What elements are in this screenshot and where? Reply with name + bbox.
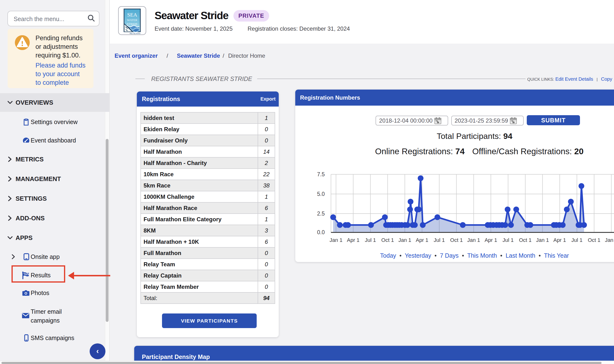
svg-text:Oct 1: Oct 1 bbox=[450, 237, 463, 243]
svg-text:7.5: 7.5 bbox=[317, 171, 325, 177]
svg-text:Jan 1: Jan 1 bbox=[330, 237, 343, 243]
svg-text:Jan 1: Jan 1 bbox=[398, 237, 411, 243]
svg-text:0.0: 0.0 bbox=[317, 229, 325, 235]
svg-text:SEA: SEA bbox=[127, 12, 137, 18]
svg-text:Jan 1: Jan 1 bbox=[605, 237, 614, 243]
svg-text:Jul 1: Jul 1 bbox=[503, 237, 514, 243]
svg-text:Oct 1: Oct 1 bbox=[519, 237, 532, 243]
svg-text:Jul 1: Jul 1 bbox=[571, 237, 582, 243]
svg-text:Jul 1: Jul 1 bbox=[434, 237, 445, 243]
svg-text:2.5: 2.5 bbox=[317, 210, 325, 217]
svg-text:Oct 1: Oct 1 bbox=[381, 237, 394, 243]
svg-text:Apr 1: Apr 1 bbox=[553, 237, 566, 243]
svg-text:Apr 1: Apr 1 bbox=[347, 237, 360, 243]
svg-text:Apr 1: Apr 1 bbox=[485, 237, 497, 243]
svg-text:WATER: WATER bbox=[127, 18, 138, 22]
svg-text:STRIDE: STRIDE bbox=[127, 22, 138, 26]
svg-text:Jan 1: Jan 1 bbox=[467, 237, 480, 243]
svg-text:5.0: 5.0 bbox=[317, 191, 325, 197]
svg-text:Oct 1: Oct 1 bbox=[588, 237, 601, 243]
svg-text:Apr 1: Apr 1 bbox=[416, 237, 428, 243]
svg-text:Jul 1: Jul 1 bbox=[365, 237, 376, 243]
svg-text:Jan 1: Jan 1 bbox=[536, 237, 549, 243]
